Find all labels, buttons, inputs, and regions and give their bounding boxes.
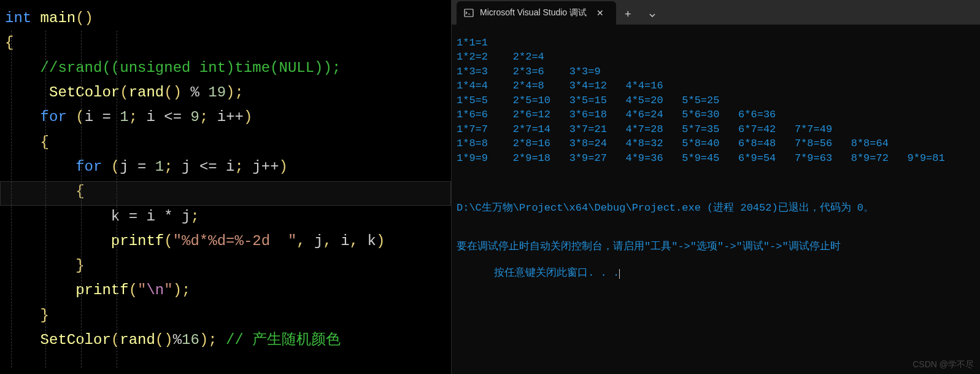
- terminal-icon: [464, 8, 474, 18]
- terminal-body[interactable]: 1*1=1 1*2=2 2*2=4 1*3=3 2*3=6 3*3=9 1*4=…: [452, 25, 980, 374]
- code-line[interactable]: {: [5, 130, 451, 155]
- multiplication-table: 1*1=1 1*2=2 2*2=4 1*3=3 2*3=6 3*3=9 1*4=…: [457, 36, 975, 165]
- code-line[interactable]: {: [5, 31, 451, 55]
- exit-message: D:\C生万物\Project\x64\Debug\Project.exe (进…: [457, 175, 975, 292]
- watermark: CSDN @学不尽: [912, 359, 974, 370]
- new-tab-button[interactable]: +: [616, 4, 640, 25]
- code-line[interactable]: for (j = 1; j <= i; j++): [5, 155, 451, 179]
- table-row: 1*2=2 2*2=4: [457, 50, 975, 64]
- table-row: 1*7=7 2*7=14 3*7=21 4*7=28 5*7=35 6*7=42…: [457, 122, 975, 136]
- terminal-tab-bar: Microsoft Visual Studio 调试 ✕ +: [452, 0, 980, 25]
- exit-line: 要在调试停止时自动关闭控制台，请启用"工具"->"选项"->"调试"->"调试停…: [457, 240, 975, 253]
- terminal-cursor: [619, 269, 620, 279]
- svg-rect-0: [465, 9, 473, 17]
- code-line[interactable]: {: [5, 179, 451, 204]
- code-line[interactable]: SetColor(rand()%16); // 产生随机颜色: [5, 328, 451, 353]
- code-line[interactable]: printf("\n");: [5, 278, 451, 303]
- table-row: 1*1=1: [457, 36, 975, 50]
- exit-line: 按任意键关闭此窗口. . .: [494, 267, 619, 279]
- code-line[interactable]: for (i = 1; i <= 9; i++): [5, 105, 451, 130]
- table-row: 1*3=3 2*3=6 3*3=9: [457, 64, 975, 79]
- exit-line: D:\C生万物\Project\x64\Debug\Project.exe (进…: [457, 201, 975, 214]
- code-line[interactable]: int main(): [5, 6, 451, 31]
- table-row: 1*8=8 2*8=16 3*8=24 4*8=32 5*8=40 6*8=48…: [457, 136, 975, 150]
- code-editor[interactable]: int main(){ //srand((unsigned int)time(N…: [0, 0, 451, 374]
- table-row: 1*5=5 2*5=10 3*5=15 4*5=20 5*5=25: [457, 93, 975, 107]
- terminal-tab[interactable]: Microsoft Visual Studio 调试 ✕: [457, 1, 616, 25]
- code-line[interactable]: printf("%d*%d=%-2d ", j, i, k): [5, 229, 451, 254]
- tab-title: Microsoft Visual Studio 调试: [480, 7, 587, 18]
- table-row: 1*6=6 2*6=12 3*6=18 4*6=24 5*6=30 6*6=36: [457, 107, 975, 122]
- table-row: 1*9=9 2*9=18 3*9=27 4*9=36 5*9=45 6*9=54…: [457, 151, 975, 165]
- debug-console: Microsoft Visual Studio 调试 ✕ + 1*1=1 1*2…: [451, 0, 980, 374]
- code-line[interactable]: }: [5, 254, 451, 278]
- code-line[interactable]: k = i * j;: [5, 205, 451, 229]
- tab-dropdown-button[interactable]: [640, 7, 665, 25]
- code-line[interactable]: }: [5, 303, 451, 328]
- code-line[interactable]: SetColor(rand() % 19);: [5, 80, 451, 105]
- code-line[interactable]: //srand((unsigned int)time(NULL));: [5, 56, 451, 80]
- table-row: 1*4=4 2*4=8 3*4=12 4*4=16: [457, 79, 975, 93]
- close-icon[interactable]: ✕: [593, 7, 608, 19]
